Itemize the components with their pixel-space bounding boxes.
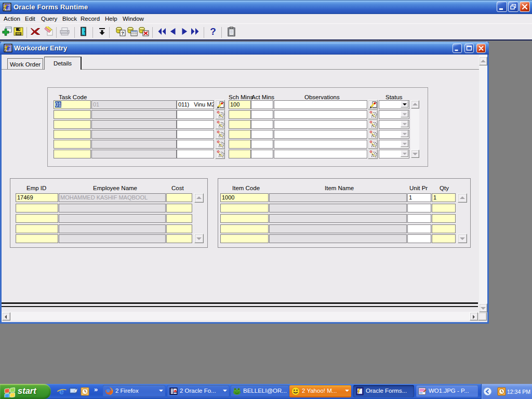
svg-text:e: e	[59, 387, 64, 396]
svg-text:?: ?	[210, 26, 216, 37]
svg-text:?: ?	[121, 31, 124, 36]
